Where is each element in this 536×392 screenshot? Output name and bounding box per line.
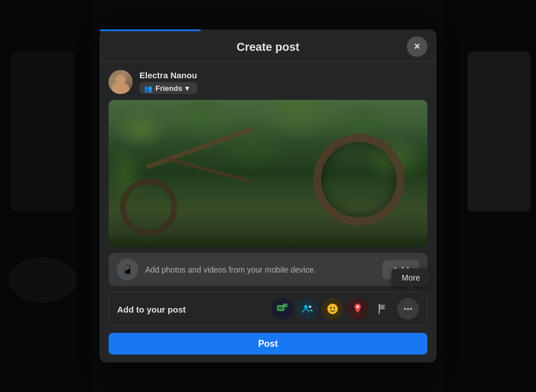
mobile-add-row: 📱 Add photos and videos from your mobile… [109,253,427,286]
audience-button[interactable]: 👥 Friends ▾ [139,82,197,94]
image-wheel-1 [313,134,405,226]
mobile-add-text: Add photos and videos from your mobile d… [145,265,316,274]
svg-point-7 [333,307,335,309]
add-to-post-label: Add to your post [117,304,186,314]
post-image [109,100,427,247]
svg-point-6 [330,307,332,309]
more-icon-wrapper: More [397,298,419,320]
close-button[interactable]: × [407,36,427,57]
photo-video-button[interactable] [271,298,293,320]
photo-video-icon [271,298,293,320]
mobile-device-icon: 📱 [117,259,138,281]
location-icon [347,298,369,320]
post-button-container: Post [99,333,437,363]
svg-point-11 [410,308,412,310]
modal-header: Create post × [99,31,437,62]
user-info: Electra Nanou 👥 Friends ▾ [139,70,197,94]
create-post-modal: Create post × Electra Nanou 👥 Friends ▾ [99,30,437,363]
tag-people-button[interactable] [297,298,318,320]
image-wheel-2 [120,179,177,236]
image-canvas [109,100,427,247]
svg-point-9 [404,308,406,310]
avatar-image [109,70,133,94]
post-icons: More [271,298,419,320]
svg-point-5 [327,303,338,314]
mobile-add-left: 📱 Add photos and videos from your mobile… [117,259,316,281]
friends-icon: 👥 [144,84,153,92]
tag-people-icon [297,298,318,320]
chevron-down-icon: ▾ [185,84,189,93]
svg-point-10 [407,308,409,310]
svg-point-3 [304,305,307,309]
svg-point-8 [357,306,359,309]
svg-rect-1 [278,306,283,310]
post-button[interactable]: Post [109,333,427,355]
modal-title: Create post [237,41,299,53]
more-options-button[interactable] [397,298,419,320]
svg-rect-2 [283,303,287,307]
more-tooltip: More [391,269,430,287]
svg-point-4 [309,306,311,309]
user-row: Electra Nanou 👥 Friends ▾ [99,62,437,100]
user-name: Electra Nanou [139,70,197,80]
add-to-post-row: Add to your post [109,292,427,326]
feeling-icon [322,298,343,320]
flag-button[interactable] [372,298,394,320]
feeling-activity-button[interactable] [322,298,343,320]
avatar [109,70,133,94]
flag-icon [372,298,394,320]
check-in-button[interactable] [347,298,369,320]
audience-label: Friends [155,84,182,93]
more-dots-icon [397,298,419,320]
